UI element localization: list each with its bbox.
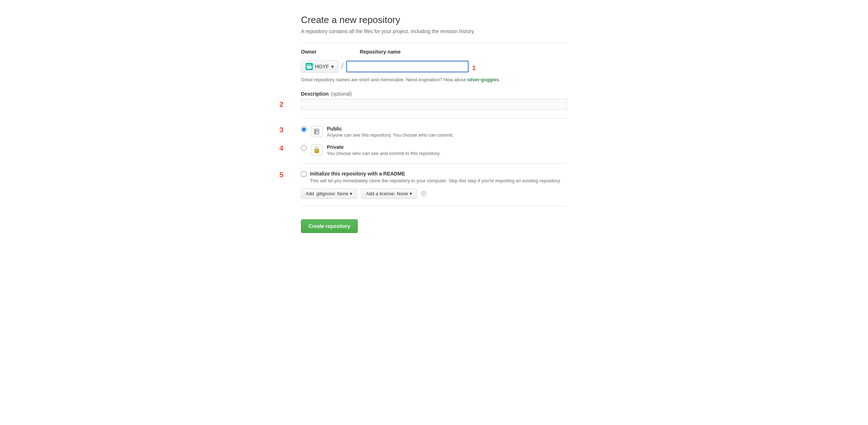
field-labels-row: Owner Repository name [301, 49, 567, 57]
svg-rect-3 [306, 65, 307, 66]
description-optional: (optional) [331, 91, 352, 97]
readme-content: Initialize this repository with a README… [310, 171, 567, 183]
repo-suggestion-text: Great repository names are short and mem… [301, 77, 567, 82]
readme-label: Initialize this repository with a README [310, 171, 567, 177]
license-dropdown[interactable]: Add a license: None ▾ [361, 188, 417, 199]
description-input[interactable] [301, 99, 567, 110]
annotation-4: 4 [279, 144, 283, 152]
private-content: Private You choose who can see and commi… [327, 144, 567, 156]
svg-rect-6 [311, 65, 311, 66]
svg-rect-11 [307, 67, 311, 69]
public-radio[interactable] [301, 127, 307, 132]
page-header: Create a new repository A repository con… [301, 14, 567, 34]
suggestion-text-after: . [499, 77, 501, 82]
svg-rect-2 [310, 64, 311, 65]
annotation-2: 2 [279, 100, 283, 109]
svg-rect-0 [307, 64, 308, 65]
owner-repo-section: Owner Repository name [301, 49, 567, 82]
dropdowns-row: Add .gitignore: None ▾ Add a license: No… [301, 188, 567, 199]
initialize-section: 5 Initialize this repository with a READ… [301, 171, 567, 199]
owner-avatar [306, 63, 313, 70]
readme-option: Initialize this repository with a README… [301, 171, 567, 183]
gitignore-label: Add .gitignore: [306, 191, 336, 196]
license-arrow-icon: ▾ [410, 191, 412, 196]
gitignore-value: None [337, 191, 348, 196]
suggestion-text-before: Great repository names are short and mem… [301, 77, 466, 82]
public-icon [311, 126, 323, 137]
gitignore-arrow-icon: ▾ [350, 191, 352, 196]
slash-separator: / [338, 59, 346, 73]
readme-description: This will let you immediately clone the … [310, 178, 567, 183]
lock-icon [313, 146, 320, 154]
svg-rect-9 [310, 66, 311, 67]
public-option: 3 Public Anyone can see this repository.… [301, 126, 567, 138]
svg-rect-4 [308, 65, 309, 66]
page-subtitle: A repository contains all the files for … [301, 28, 567, 34]
bottom-divider [301, 206, 567, 206]
description-section: Description (optional) 2 [301, 91, 567, 110]
svg-rect-10 [306, 67, 312, 67]
visibility-section: 3 Public Anyone can see this repository.… [301, 126, 567, 156]
visibility-divider [301, 163, 567, 164]
owner-name: HOYF [315, 64, 329, 69]
description-label: Description [301, 91, 329, 97]
private-icon [311, 144, 323, 156]
public-label: Public [327, 126, 567, 132]
create-repository-button[interactable]: Create repository [301, 219, 358, 233]
public-description: Anyone can see this repository. You choo… [327, 132, 567, 138]
private-radio[interactable] [301, 145, 307, 151]
description-divider [301, 118, 567, 119]
repo-name-label: Repository name [360, 49, 401, 55]
owner-avatar-icon [306, 64, 312, 69]
svg-rect-7 [307, 66, 308, 67]
dropdown-arrow-icon: ▾ [331, 64, 334, 69]
svg-rect-8 [309, 66, 309, 67]
suggestion-link[interactable]: silver-goggles [467, 77, 499, 82]
annotation-3: 3 [279, 126, 283, 134]
book-icon [313, 128, 320, 135]
readme-checkbox[interactable] [301, 172, 306, 177]
page-title: Create a new repository [301, 14, 567, 26]
private-description: You choose who can see and commit to thi… [327, 151, 567, 156]
annotation-5: 5 [279, 171, 283, 179]
owner-label: Owner [301, 49, 317, 55]
header-divider [301, 43, 567, 43]
validation-indicator: 1 [472, 64, 476, 72]
svg-rect-1 [309, 64, 309, 65]
license-value: None [397, 191, 408, 196]
svg-rect-5 [309, 65, 310, 66]
info-icon[interactable]: ⓘ [421, 191, 427, 197]
private-option: 4 Private You choose who can see and com… [301, 144, 567, 156]
owner-dropdown-button[interactable]: HOYF ▾ [301, 60, 338, 73]
license-label: Add a license: [366, 191, 396, 196]
public-content: Public Anyone can see this repository. Y… [327, 126, 567, 138]
gitignore-dropdown[interactable]: Add .gitignore: None ▾ [301, 188, 357, 199]
repo-name-input[interactable] [346, 61, 469, 72]
private-label: Private [327, 144, 567, 150]
